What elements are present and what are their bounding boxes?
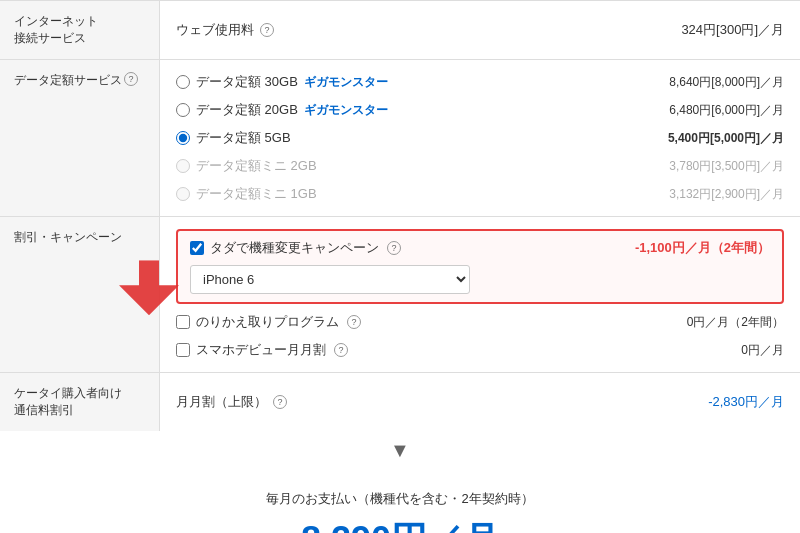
data-radio-mini2gb[interactable] (176, 159, 190, 173)
discount-content: タダで機種変更キャンペーン ? -1,100円／月（2年間） iPhone 6 … (160, 217, 800, 372)
price-20gb: 6,480円[6,000円]／月 (669, 102, 784, 119)
internet-label-text: インターネット 接続サービス (14, 13, 98, 47)
mobile-discount-content: 月月割（上限） ? -2,830円／月 (160, 373, 800, 431)
internet-content: ウェブ使用料 ? 324円[300円]／月 (160, 1, 800, 59)
red-arrow-icon (119, 260, 179, 318)
campaign-question-icon[interactable]: ? (387, 241, 401, 255)
data-radio-mini1gb[interactable] (176, 187, 190, 201)
data-plan-question-icon[interactable]: ? (124, 72, 138, 86)
price-mini2gb: 3,780円[3,500円]／月 (669, 158, 784, 175)
mobile-question-icon[interactable]: ? (273, 395, 287, 409)
campaign-row: タダで機種変更キャンペーン ? -1,100円／月（2年間） (190, 239, 770, 257)
internet-label: インターネット 接続サービス (0, 1, 160, 59)
monthly-payment-label: 毎月のお支払い（機種代を含む・2年契約時） (0, 490, 800, 508)
smartphone-debut-row: スマホデビュー月月割 ? 0円／月 (176, 338, 784, 362)
discount-label: 割引・キャンペーン (0, 217, 160, 372)
gigamonster-link-30gb[interactable]: ギガモンスター (304, 74, 388, 91)
data-option-5gb: データ定額 5GB 5,400円[5,000円]／月 (176, 126, 784, 150)
data-option-mini1gb: データ定額ミニ 1GB 3,132円[2,900円]／月 (176, 182, 784, 206)
norikaee-price: 0円／月（2年間） (687, 314, 784, 331)
footer-section: 毎月のお支払い（機種代を含む・2年契約時） 8,290円／月 (0, 470, 800, 533)
mobile-discount-label: ケータイ購入者向け 通信料割引 (0, 373, 160, 431)
data-option-30gb: データ定額 30GB ギガモンスター 8,640円[8,000円]／月 (176, 70, 784, 94)
internet-row: インターネット 接続サービス ウェブ使用料 ? 324円[300円]／月 (0, 0, 800, 59)
gigamonster-link-20gb[interactable]: ギガモンスター (304, 102, 388, 119)
price-5gb: 5,400円[5,000円]／月 (668, 130, 784, 147)
campaign-highlight-box: タダで機種変更キャンペーン ? -1,100円／月（2年間） iPhone 6 … (176, 229, 784, 304)
discount-row: 割引・キャンペーン タダで機種変更キャンペーン ? -1,100円／月（2年間）… (0, 216, 800, 372)
mobile-price: -2,830円／月 (708, 393, 784, 411)
price-mini1gb: 3,132円[2,900円]／月 (669, 186, 784, 203)
internet-question-icon[interactable]: ? (260, 23, 274, 37)
data-plan-content: データ定額 30GB ギガモンスター 8,640円[8,000円]／月 データ定… (160, 60, 800, 216)
mobile-item-label: 月月割（上限） ? (176, 393, 287, 411)
data-plan-label: データ定額サービス ? (0, 60, 160, 216)
mobile-discount-row: ケータイ購入者向け 通信料割引 月月割（上限） ? -2,830円／月 (0, 372, 800, 431)
smartphone-price: 0円／月 (741, 342, 784, 359)
data-radio-20gb[interactable] (176, 103, 190, 117)
campaign-price: -1,100円／月（2年間） (635, 239, 770, 257)
data-option-mini2gb: データ定額ミニ 2GB 3,780円[3,500円]／月 (176, 154, 784, 178)
down-arrow-icon: ▼ (0, 431, 800, 470)
internet-price: 324円[300円]／月 (681, 21, 784, 39)
data-radio-5gb[interactable] (176, 131, 190, 145)
price-30gb: 8,640円[8,000円]／月 (669, 74, 784, 91)
campaign-device-select[interactable]: iPhone 6 iPhone 6s iPhone 7 iPhone SE (190, 265, 470, 294)
data-radio-30gb[interactable] (176, 75, 190, 89)
campaign-dropdown-container: iPhone 6 iPhone 6s iPhone 7 iPhone SE (190, 257, 770, 294)
internet-item-label: ウェブ使用料 ? (176, 21, 274, 39)
total-price: 8,290円／月 (0, 516, 800, 533)
norikaee-row: のりかえ取りプログラム ? 0円／月（2年間） (176, 310, 784, 334)
data-plan-row: データ定額サービス ? データ定額 30GB ギガモンスター 8,640円[8,… (0, 59, 800, 216)
data-option-20gb: データ定額 20GB ギガモンスター 6,480円[6,000円]／月 (176, 98, 784, 122)
norikaee-question-icon[interactable]: ? (347, 315, 361, 329)
svg-marker-0 (119, 260, 179, 315)
smartphone-question-icon[interactable]: ? (334, 343, 348, 357)
campaign-checkbox[interactable] (190, 241, 204, 255)
smartphone-checkbox[interactable] (176, 343, 190, 357)
